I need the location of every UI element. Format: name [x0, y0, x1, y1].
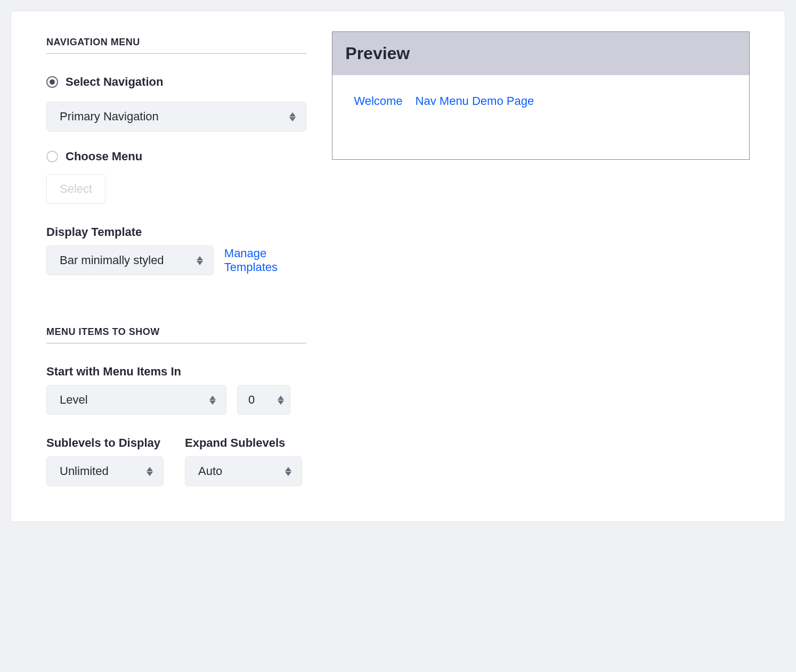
start-with-label: Start with Menu Items In: [46, 365, 306, 379]
caret-sort-icon: [277, 396, 285, 405]
expand-sublevels-dropdown[interactable]: Auto: [185, 456, 302, 486]
caret-sort-icon: [289, 112, 296, 121]
manage-templates-link[interactable]: Manage Templates: [224, 247, 306, 274]
preview-link-nav-menu-demo[interactable]: Nav Menu Demo Page: [416, 94, 534, 108]
sublevels-display-label: Sublevels to Display: [46, 436, 164, 450]
choose-menu-select-button: Select: [46, 174, 105, 204]
caret-sort-icon: [146, 467, 153, 476]
radio-label-select-navigation: Select Navigation: [66, 75, 163, 89]
select-navigation-dropdown[interactable]: Primary Navigation: [46, 102, 306, 132]
expand-sublevels-value: Auto: [198, 464, 222, 478]
right-column: Preview Welcome Nav Menu Demo Page: [332, 37, 750, 486]
section-title-navigation-menu: NAVIGATION MENU: [46, 37, 306, 54]
preview-panel: Preview Welcome Nav Menu Demo Page: [332, 31, 750, 160]
radio-choose-menu[interactable]: [46, 151, 58, 162]
start-with-field: Start with Menu Items In Level 0: [46, 365, 306, 415]
display-template-field: Display Template Bar minimally styled Ma…: [46, 225, 306, 275]
preview-header: Preview: [332, 32, 749, 75]
caret-sort-icon: [285, 467, 292, 476]
start-level-dropdown[interactable]: Level: [46, 385, 226, 415]
start-level-number-value: 0: [248, 393, 255, 407]
start-level-number-dropdown[interactable]: 0: [237, 385, 290, 415]
preview-link-welcome[interactable]: Welcome: [354, 94, 402, 108]
select-navigation-value: Primary Navigation: [60, 110, 159, 124]
config-panel: NAVIGATION MENU Select Navigation Primar…: [11, 11, 785, 522]
radio-select-navigation[interactable]: [46, 76, 58, 88]
caret-sort-icon: [196, 256, 204, 265]
radio-label-choose-menu: Choose Menu: [66, 150, 142, 163]
display-template-value: Bar minimally styled: [60, 253, 164, 267]
preview-body: Welcome Nav Menu Demo Page: [332, 75, 749, 159]
caret-sort-icon: [209, 396, 216, 405]
start-level-value: Level: [60, 393, 88, 407]
sublevels-display-value: Unlimited: [60, 464, 109, 478]
sublevels-display-dropdown[interactable]: Unlimited: [46, 456, 164, 486]
section-title-menu-items: MENU ITEMS TO SHOW: [46, 326, 306, 343]
radio-row-choose-menu: Choose Menu: [46, 150, 306, 163]
left-column: NAVIGATION MENU Select Navigation Primar…: [46, 37, 306, 486]
preview-title: Preview: [345, 44, 736, 63]
radio-row-select-navigation: Select Navigation: [46, 75, 306, 89]
display-template-label: Display Template: [46, 225, 306, 239]
display-template-dropdown[interactable]: Bar minimally styled: [46, 245, 214, 275]
choose-menu-select-button-label: Select: [60, 182, 92, 196]
expand-sublevels-label: Expand Sublevels: [185, 436, 302, 450]
sublevels-row: Sublevels to Display Unlimited Expand Su…: [46, 436, 306, 486]
